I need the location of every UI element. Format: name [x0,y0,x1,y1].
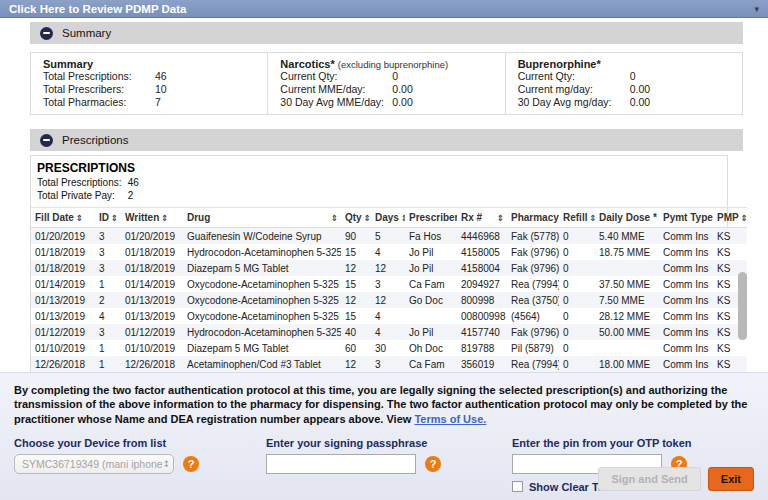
exit-button[interactable]: Exit [708,467,754,491]
help-icon[interactable]: ? [183,456,199,472]
column-header-id[interactable]: ID⇕ [95,208,121,228]
prescription-row[interactable]: 01/18/2019301/18/2019Hydrocodon-Acetamin… [31,244,747,260]
column-header-refill[interactable]: Refill⇕ [559,208,595,228]
prescription-cell: 12 [341,260,371,276]
summary-section-header[interactable]: Summary [30,22,743,44]
prescription-cell: Comm Ins [659,308,713,324]
prescriptions-box: PRESCRIPTIONS Total Prescriptions: 46Tot… [30,155,728,374]
prescription-cell: 18.75 MME [595,244,659,260]
show-clear-text-checkbox[interactable] [512,481,523,492]
summary-column-title: Narcotics* (excluding buprenorphine) [280,58,496,70]
summary-stat-value: 7 [155,96,161,109]
column-header-pymt-type[interactable]: Pymt Type⇕ [659,208,713,228]
terms-of-use-link[interactable]: Terms of Use. [414,413,486,425]
prescriptions-table: Fill Date⇕ID⇕Written⇕Drug⇕Qty⇕Days⇕Presc… [31,207,747,372]
prescription-cell: 01/18/2019 [31,244,95,260]
prescription-cell: Jo Pil [405,260,457,276]
prescriptions-section-header[interactable]: Prescriptions [30,129,743,151]
column-header-label: ID [99,212,109,223]
help-icon[interactable]: ? [425,456,441,472]
prescription-cell: 01/18/2019 [121,260,183,276]
summary-stat-label: Current MME/day: [280,83,392,96]
summary-stat-value: 10 [155,83,167,96]
column-header-pmp[interactable]: PMP⇕ [713,208,747,228]
prescription-cell: 01/10/2019 [31,340,95,356]
prescription-cell: 0 [559,260,595,276]
prescription-cell: Hydrocodon-Acetaminophen 5-325 [183,324,341,340]
prescription-row[interactable]: 01/13/2019201/13/2019Oxycodone-Acetamino… [31,292,747,308]
passphrase-input[interactable] [266,454,416,474]
prescription-row[interactable]: 01/12/2019301/12/2019Hydrocodon-Acetamin… [31,324,747,340]
summary-column: SummaryTotal Prescriptions:46Total Presc… [31,53,268,114]
select-stepper-icon: ↕ [163,459,171,469]
sort-icon: ⇕ [401,213,405,223]
prescription-cell: Guaifenesin W/Codeine Syrup [183,228,341,245]
prescription-cell: Comm Ins [659,260,713,276]
column-header-drug[interactable]: Drug⇕ [183,208,341,228]
pdmp-review-widget: Click Here to Review PDMP Data ▾ Summary… [0,0,768,500]
prescription-cell: 60 [341,340,371,356]
prescription-row[interactable]: 01/10/2019101/10/2019Diazepam 5 MG Table… [31,340,747,356]
signing-disclaimer: By completing the two factor authenticat… [14,383,754,426]
summary-stat-row: Total Prescribers:10 [43,83,259,96]
summary-stat-row: Current Qty:0 [280,70,496,83]
summary-section-label: Summary [62,27,111,39]
column-header-prescriber[interactable]: Prescriber⇕ [405,208,457,228]
prescriptions-heading: PRESCRIPTIONS [31,156,727,176]
prescription-row[interactable]: 01/18/2019301/18/2019Diazepam 5 MG Table… [31,260,747,276]
prescription-row[interactable]: 01/14/2019101/14/2019Oxycodone-Acetamino… [31,276,747,292]
column-header-days[interactable]: Days⇕ [371,208,405,228]
total-value: 46 [125,177,139,188]
prescription-row[interactable]: 01/13/2019401/13/2019Oxycodone-Acetamino… [31,308,747,324]
prescription-cell: Oxycodone-Acetaminophen 5-325 [183,308,341,324]
collapse-minus-icon[interactable] [40,134,53,147]
prescription-cell: Go Doc [405,292,457,308]
prescription-cell: Comm Ins [659,292,713,308]
prescription-cell: 12 [371,292,405,308]
prescription-cell: 01/20/2019 [121,228,183,245]
summary-stat-value: 0.00 [392,83,412,96]
column-header-pharmacy[interactable]: Pharmacy⇕ [507,208,559,228]
prescription-cell: (4564) [507,308,559,324]
sort-icon: ⇕ [161,213,168,223]
prescription-cell: 4 [371,308,405,324]
summary-stat-label: Current mg/day: [518,83,630,96]
prescription-cell: Oxycodone-Acetaminophen 5-325 [183,276,341,292]
prescription-row[interactable]: 12/26/2018112/26/2018Acetaminophen/Cod #… [31,356,747,372]
vertical-scrollbar-thumb[interactable] [738,272,747,340]
prescription-cell: 4157740 [457,324,507,340]
prescription-cell: 2 [95,292,121,308]
prescription-cell: 4 [371,324,405,340]
prescription-cell: 1 [95,276,121,292]
prescription-cell: 50.00 MME [595,324,659,340]
prescription-cell: Fak (9796) [507,244,559,260]
prescriptions-totals: Total Prescriptions: 46Total Private Pay… [31,176,727,207]
prescription-cell: 15 [341,308,371,324]
prescription-cell: Comm Ins [659,324,713,340]
prescription-cell: 01/14/2019 [31,276,95,292]
prescription-cell: 01/18/2019 [121,244,183,260]
collapse-minus-icon[interactable] [40,27,53,40]
prescription-cell: Jo Pil [405,244,457,260]
prescription-row[interactable]: 01/20/2019301/20/2019Guaifenesin W/Codei… [31,228,747,245]
collapse-caret-icon[interactable]: ▾ [754,4,759,14]
prescription-cell: 01/18/2019 [31,260,95,276]
summary-column: Narcotics* (excluding buprenorphine)Curr… [268,53,505,114]
column-header-fill-date[interactable]: Fill Date⇕ [31,208,95,228]
prescription-cell: 01/12/2019 [31,324,95,340]
device-select[interactable]: SYMC36719349 (mani iphone ↕ [14,454,174,474]
prescription-cell: 3 [95,260,121,276]
pdmp-header-bar[interactable]: Click Here to Review PDMP Data ▾ [0,0,768,18]
prescriptions-section-label: Prescriptions [62,134,128,146]
column-header-label: Daily Dose * [599,212,657,223]
column-header-written[interactable]: Written⇕ [121,208,183,228]
prescription-cell: Fak (5778) [507,228,559,245]
summary-stat-label: Current Qty: [518,70,630,83]
column-header-qty[interactable]: Qty⇕ [341,208,371,228]
total-label: Total Private Pay: [37,189,125,202]
column-header-daily-dose[interactable]: Daily Dose *⇕ [595,208,659,228]
column-header-rx[interactable]: Rx #⇕ [457,208,507,228]
sign-and-send-button[interactable]: Sign and Send [598,467,700,491]
otp-label: Enter the pin from your OTP token [512,437,754,449]
prescription-cell: Ca Fam [405,356,457,372]
